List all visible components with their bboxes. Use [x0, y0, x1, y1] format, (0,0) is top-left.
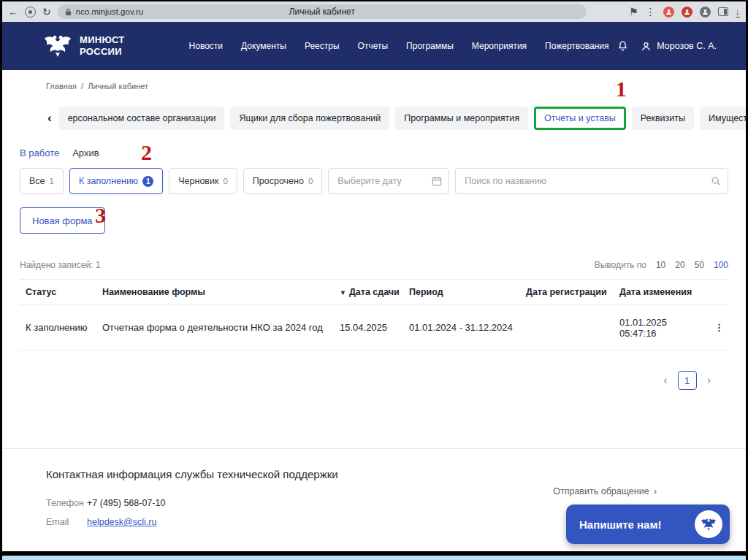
tab-personnel[interactable]: ерсональном составе организации — [59, 107, 225, 130]
chat-button[interactable]: Напишите нам! — [566, 505, 730, 544]
filter-draft[interactable]: Черновик0 — [169, 168, 237, 194]
nav-programs[interactable]: Программы — [406, 41, 454, 51]
tab-reports-charters[interactable]: Отчеты и уставы 1 — [534, 107, 626, 130]
col-reg-date[interactable]: Дата регистрации — [520, 280, 614, 304]
tab-programs-events[interactable]: Программы и мероприятия — [395, 107, 528, 130]
extension-avatar-icon[interactable] — [663, 7, 674, 18]
breadcrumb-separator: / — [81, 82, 83, 91]
to-fill-badge: 1 — [142, 176, 153, 187]
page-footer: Контактная информация службы технической… — [2, 448, 746, 551]
email-link[interactable]: helpdesk@scli.ru — [87, 517, 156, 527]
per-page-label: Выводить по — [595, 260, 646, 270]
table-row[interactable]: К заполнению Отчетная форма о деятельнос… — [20, 305, 728, 350]
section-tabs: ‹ ерсональном составе организации Ящики … — [46, 107, 746, 130]
user-icon — [641, 41, 652, 52]
nav-documents[interactable]: Документы — [241, 41, 286, 51]
per-page-50[interactable]: 50 — [695, 260, 704, 270]
search-filter — [455, 168, 728, 194]
user-menu[interactable]: Морозов С. А. — [641, 41, 717, 52]
profile-badge-icon[interactable] — [25, 7, 36, 18]
filter-row: Все1 К заполнению1 Черновик0 Просрочено0 — [20, 168, 728, 194]
tab-requisites[interactable]: Реквизиты — [632, 107, 694, 130]
date-filter — [328, 168, 449, 194]
page-prev-icon[interactable]: ‹ — [663, 374, 667, 387]
filter-overdue[interactable]: Просрочено0 — [243, 168, 323, 194]
breadcrumb-home[interactable]: Главная — [46, 82, 77, 91]
brand-text: МИНЮСТ РОССИИ — [80, 34, 125, 58]
side-panel-icon[interactable] — [718, 7, 728, 16]
download-icon[interactable]: ↓ — [736, 7, 741, 18]
user-name: Морозов С. А. — [657, 41, 717, 51]
phone-label: Телефон — [46, 498, 87, 508]
col-period[interactable]: Период — [403, 280, 520, 304]
records-found: Найдено записей: 1 — [20, 260, 100, 270]
bell-icon[interactable] — [617, 40, 629, 53]
cell-period: 01.01.2024 - 31.12.2024 — [403, 316, 520, 339]
tab-donation-boxes[interactable]: Ящики для сбора пожертвований — [230, 107, 389, 130]
filter-to-fill[interactable]: К заполнению1 — [69, 168, 163, 194]
extension-avatar2-icon[interactable] — [682, 7, 692, 18]
col-modified[interactable]: Дата изменения — [614, 280, 709, 304]
per-page-20[interactable]: 20 — [675, 260, 684, 270]
site-header: МИНЮСТ РОССИИ Новости Документы Реестры … — [2, 22, 746, 70]
new-form-button[interactable]: Новая форма — [20, 207, 105, 234]
send-request-link[interactable]: Отправить обращение › — [553, 486, 657, 496]
annotation-1: 1 — [616, 78, 627, 100]
browser-right-icons: ⚑ ⋮ ↓ — [629, 7, 740, 18]
support-title: Контактная информация службы технической… — [46, 449, 746, 480]
send-request-chevron-icon: › — [654, 486, 657, 496]
address-bar[interactable]: nco.minjust.gov.ru Личный кабинет — [58, 4, 587, 19]
refresh-icon[interactable]: ↻ — [42, 7, 51, 17]
reports-table: Статус Наименование формы ▼Дата сдачи Пе… — [20, 279, 728, 350]
url-text: nco.minjust.gov.ru — [76, 7, 143, 16]
browser-menu-icon[interactable]: ⋮ — [646, 7, 656, 17]
search-input[interactable] — [455, 168, 728, 194]
search-icon[interactable] — [711, 176, 721, 186]
profile-icon[interactable] — [700, 7, 711, 18]
per-page-selector: Выводить по 10 20 50 100 — [595, 260, 728, 270]
row-menu-icon[interactable]: ⋮ — [709, 316, 727, 339]
breadcrumb-current: Личный кабинет — [88, 82, 148, 91]
results-row: Найдено записей: 1 Выводить по 10 20 50 … — [20, 260, 728, 270]
per-page-100[interactable]: 100 — [714, 260, 728, 270]
cell-reg-date — [520, 322, 614, 334]
filter-all[interactable]: Все1 — [20, 168, 64, 194]
cell-due-date: 15.04.2025 — [334, 316, 403, 339]
subtab-archive[interactable]: Архив — [72, 147, 99, 158]
bookmark-icon[interactable]: ⚑ — [629, 7, 638, 17]
nav-news[interactable]: Новости — [189, 41, 223, 51]
nav-donations[interactable]: Пожертвования — [545, 41, 608, 51]
calendar-icon[interactable] — [432, 176, 442, 186]
nav-registries[interactable]: Реестры — [305, 41, 340, 51]
col-due-date[interactable]: ▼Дата сдачи — [334, 280, 403, 304]
nav-events[interactable]: Мероприятия — [472, 41, 527, 51]
email-label: Email — [46, 517, 87, 527]
lock-icon — [65, 8, 72, 16]
browser-toolbar: ← ↻ nco.minjust.gov.ru Личный кабинет ⚑ … — [2, 1, 746, 22]
col-form-name[interactable]: Наименование формы — [96, 280, 334, 304]
minjust-logo[interactable]: МИНЮСТ РОССИИ — [43, 32, 125, 60]
phone-value: +7 (495) 568-07-10 — [87, 498, 165, 508]
status-subtabs: В работе Архив — [20, 147, 746, 158]
tab-property[interactable]: Имущество — [700, 107, 748, 130]
table-header-row: Статус Наименование формы ▼Дата сдачи Пе… — [20, 280, 728, 305]
page-1[interactable]: 1 — [678, 371, 697, 390]
breadcrumb: Главная / Личный кабинет — [2, 70, 746, 91]
subtab-in-progress[interactable]: В работе — [20, 147, 59, 158]
nav-reports[interactable]: Отчеты — [358, 41, 388, 51]
tabs-scroll-left-icon[interactable]: ‹ — [46, 111, 53, 126]
page-content: 2 3 Главная / Личный кабинет ‹ ерсональн… — [2, 70, 746, 448]
main-nav: Новости Документы Реестры Отчеты Програм… — [189, 41, 609, 51]
chat-emblem-icon — [695, 510, 722, 538]
pagination: ‹ 1 › — [2, 371, 711, 390]
page-next-icon[interactable]: › — [707, 374, 711, 387]
per-page-10[interactable]: 10 — [656, 260, 665, 270]
cell-status: К заполнению — [20, 316, 96, 339]
annotation-2: 2 — [141, 142, 152, 164]
slide-blue-strip — [2, 556, 746, 560]
cell-modified: 01.01.2025 05:47:16 — [614, 311, 709, 345]
col-status[interactable]: Статус — [20, 280, 96, 304]
annotation-3: 3 — [95, 204, 106, 226]
back-icon[interactable]: ← — [8, 7, 18, 17]
eagle-emblem-icon — [43, 32, 72, 60]
